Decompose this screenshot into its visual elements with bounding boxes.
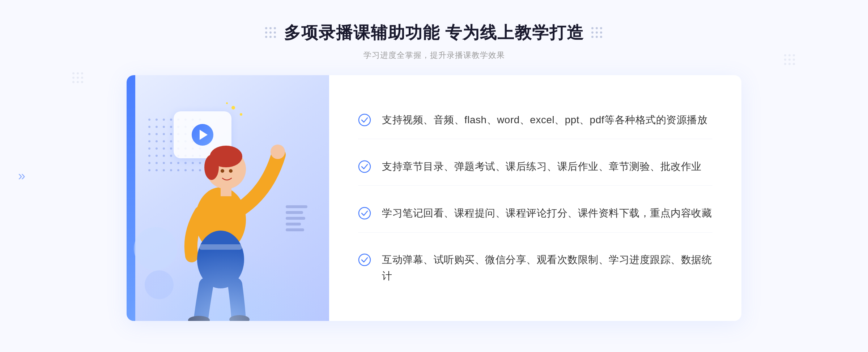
- feature-item-1: 支持视频、音频、flash、word、excel、ppt、pdf等各种格式的资源…: [358, 101, 712, 139]
- svg-point-15: [359, 254, 370, 266]
- check-icon-4: [358, 253, 371, 266]
- title-decoration-right: [591, 27, 603, 39]
- nav-arrow-left[interactable]: »: [18, 168, 25, 184]
- feature-item-4: 互动弹幕、试听购买、微信分享、观看次数限制、学习进度跟踪、数据统计: [358, 241, 712, 295]
- svg-point-5: [271, 145, 285, 159]
- page-title: 多项录播课辅助功能 专为线上教学打造: [284, 22, 584, 44]
- bg-decoration-left: [72, 72, 84, 84]
- svg-rect-4: [221, 187, 231, 196]
- feature-item-2: 支持章节目录、弹题考试、课后练习、课后作业、章节测验、批改作业: [358, 148, 712, 186]
- svg-point-14: [359, 207, 370, 219]
- header-section: 多项录播课辅助功能 专为线上教学打造 学习进度全掌握，提升录播课教学效果: [265, 22, 603, 61]
- feature-text-4: 互动弹幕、试听购买、微信分享、观看次数限制、学习进度跟踪、数据统计: [382, 252, 712, 284]
- title-decoration-left: [265, 27, 277, 39]
- svg-point-10: [221, 169, 224, 173]
- page-subtitle: 学习进度全掌握，提升录播课教学效果: [363, 50, 505, 61]
- svg-point-3: [204, 155, 219, 180]
- page-wrapper: 多项录播课辅助功能 专为线上教学打造 学习进度全掌握，提升录播课教学效果 »: [0, 0, 868, 352]
- svg-point-12: [359, 114, 370, 126]
- feature-text-3: 学习笔记回看、课程提问、课程评论打分、课件资料下载，重点内容收藏: [382, 205, 712, 222]
- main-content-card: 支持视频、音频、flash、word、excel、ppt、pdf等各种格式的资源…: [127, 75, 741, 321]
- check-icon-1: [358, 113, 371, 126]
- feature-text-1: 支持视频、音频、flash、word、excel、ppt、pdf等各种格式的资源…: [382, 112, 707, 128]
- features-list: 支持视频、音频、flash、word、excel、ppt、pdf等各种格式的资源…: [329, 75, 741, 321]
- title-row: 多项录播课辅助功能 专为线上教学打造: [265, 22, 603, 44]
- glow-effect: [127, 249, 329, 321]
- svg-point-13: [359, 161, 370, 172]
- check-icon-3: [358, 207, 371, 220]
- svg-point-11: [229, 169, 233, 173]
- illustration-panel: [127, 75, 329, 321]
- bg-decoration-right: [784, 54, 796, 66]
- feature-item-3: 学习笔记回看、课程提问、课程评论打分、课件资料下载，重点内容收藏: [358, 194, 712, 233]
- feature-text-2: 支持章节目录、弹题考试、课后练习、课后作业、章节测验、批改作业: [382, 159, 702, 175]
- check-icon-2: [358, 160, 371, 173]
